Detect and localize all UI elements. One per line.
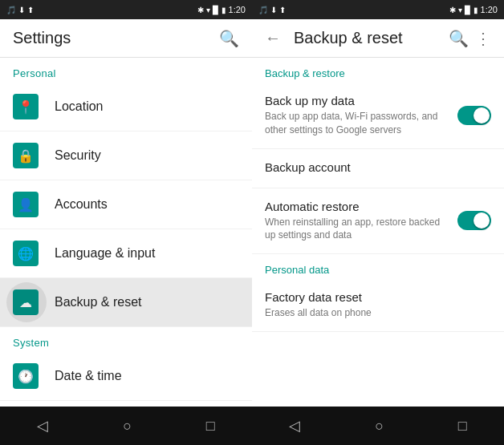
security-icon: 🔒	[13, 143, 39, 168]
automatic-restore-title: Automatic restore	[265, 200, 448, 213]
backup-restore-header: Backup & restore	[252, 58, 504, 83]
back-button[interactable]: ←	[265, 29, 281, 47]
right-app-bar: ← Backup & reset 🔍 ⋮	[252, 19, 504, 58]
left-panel: 🎵 ⬇ ⬆ ✱ ▾ ▉ ▮ 1:20 Settings 🔍 Personal 📍…	[0, 0, 252, 445]
backup-my-data-item[interactable]: Back up my data Back up app data, Wi-Fi …	[252, 83, 504, 149]
backup-account-content: Backup account	[265, 160, 491, 176]
automatic-restore-toggle[interactable]	[457, 211, 491, 230]
left-home-button[interactable]: ○	[107, 411, 148, 441]
left-app-bar-title: Settings	[13, 29, 213, 47]
backup-account-item[interactable]: Backup account	[252, 149, 504, 188]
language-label: Language & input	[55, 246, 155, 261]
backup-my-data-content: Back up my data Back up app data, Wi-Fi …	[265, 94, 457, 137]
left-nav-bar: ◁ ○ □	[0, 407, 252, 445]
left-time: 1:20	[229, 5, 246, 14]
wifi-icon: ▾	[206, 6, 210, 14]
backup-my-data-subtitle: Back up app data, Wi-Fi passwords, and o…	[265, 110, 448, 137]
sidebar-item-accounts[interactable]: 👤 Accounts	[0, 180, 252, 229]
status-icons-left: 🎵 ⬇ ⬆	[6, 6, 34, 14]
detail-list: Backup & restore Back up my data Back up…	[252, 58, 504, 407]
left-recent-button[interactable]: □	[190, 411, 231, 441]
sidebar-item-location[interactable]: 📍 Location	[0, 83, 252, 131]
right-app-bar-title: Backup & reset	[294, 29, 442, 47]
notif-icon: ⬇	[18, 6, 25, 14]
search-icon[interactable]: 🔍	[219, 29, 239, 48]
left-back-button[interactable]: ◁	[21, 411, 64, 441]
sidebar-item-backup[interactable]: ☁ Backup & reset	[0, 278, 252, 327]
factory-reset-item[interactable]: Factory data reset Erases all data on ph…	[252, 279, 504, 332]
right-status-icons-left: 🎵 ⬇ ⬆	[258, 6, 286, 14]
right-back-button[interactable]: ◁	[273, 411, 316, 441]
backup-my-data-title: Back up my data	[265, 94, 448, 107]
backup-label: Backup & reset	[55, 295, 142, 309]
automatic-restore-item[interactable]: Automatic restore When reinstalling an a…	[252, 188, 504, 255]
battery-icon: ▮	[222, 6, 226, 14]
right-home-button[interactable]: ○	[359, 411, 400, 441]
left-settings-list: Personal 📍 Location 🔒 Security 👤 Account…	[0, 58, 252, 407]
factory-reset-title: Factory data reset	[265, 290, 482, 304]
datetime-icon: 🕐	[13, 363, 39, 389]
right-bt-icon: ✱	[449, 6, 456, 14]
right-notif-icon: 🎵	[258, 6, 268, 14]
datetime-label: Date & time	[55, 369, 122, 383]
left-app-bar: Settings 🔍	[0, 19, 252, 58]
left-status-bar: 🎵 ⬇ ⬆ ✱ ▾ ▉ ▮ 1:20	[0, 0, 252, 19]
language-icon: 🌐	[13, 241, 39, 266]
automatic-restore-subtitle: When reinstalling an app, restore backed…	[265, 216, 448, 243]
section-personal-header: Personal	[0, 58, 252, 83]
automatic-restore-content: Automatic restore When reinstalling an a…	[265, 200, 457, 243]
personal-data-header: Personal data	[252, 254, 504, 279]
factory-reset-content: Factory data reset Erases all data on ph…	[265, 290, 491, 320]
right-time: 1:20	[481, 5, 498, 14]
right-ul-icon: ⬆	[279, 6, 286, 14]
right-panel: 🎵 ⬇ ⬆ ✱ ▾ ▉ ▮ 1:20 ← Backup & reset 🔍 ⋮ …	[252, 0, 504, 445]
right-battery-icon: ▮	[474, 6, 478, 14]
right-status-bar: 🎵 ⬇ ⬆ ✱ ▾ ▉ ▮ 1:20	[252, 0, 504, 19]
upload-icon: ⬆	[27, 6, 34, 14]
right-nav-bar: ◁ ○ □	[252, 407, 504, 445]
backup-my-data-toggle[interactable]	[457, 106, 491, 125]
right-status-icons-right: ✱ ▾ ▉ ▮ 1:20	[449, 5, 498, 14]
right-search-icon[interactable]: 🔍	[449, 29, 469, 48]
sidebar-item-security[interactable]: 🔒 Security	[0, 131, 252, 180]
bt-icon: 🎵	[6, 6, 16, 14]
accounts-icon: 👤	[13, 192, 39, 217]
backup-account-title: Backup account	[265, 160, 482, 174]
right-dl-icon: ⬇	[270, 6, 277, 14]
section-system-header: System	[0, 327, 252, 352]
factory-reset-subtitle: Erases all data on phone	[265, 306, 482, 320]
location-label: Location	[55, 99, 104, 114]
sidebar-item-datetime[interactable]: 🕐 Date & time	[0, 352, 252, 401]
accounts-label: Accounts	[55, 197, 108, 212]
more-options-icon[interactable]: ⋮	[475, 29, 491, 48]
right-recent-button[interactable]: □	[442, 411, 483, 441]
right-wifi-icon: ▾	[458, 6, 462, 14]
signal-icon: ▉	[213, 6, 219, 14]
sidebar-item-language[interactable]: 🌐 Language & input	[0, 229, 252, 278]
security-label: Security	[55, 148, 101, 163]
location-icon: 📍	[13, 94, 39, 119]
ripple-effect	[6, 282, 47, 322]
status-icons-right: ✱ ▾ ▉ ▮ 1:20	[197, 5, 246, 14]
right-signal-icon: ▉	[465, 6, 471, 14]
bluetooth-icon: ✱	[197, 6, 204, 14]
